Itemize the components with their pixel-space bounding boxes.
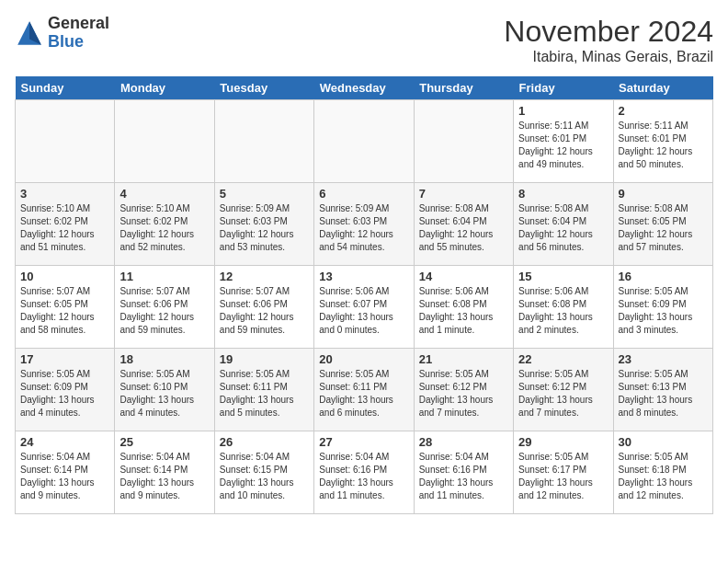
day-number: 1 <box>518 104 608 118</box>
day-number: 20 <box>319 352 408 366</box>
day-detail: Sunrise: 5:08 AM Sunset: 6:05 PM Dayligh… <box>619 202 708 254</box>
day-detail: Sunrise: 5:07 AM Sunset: 6:06 PM Dayligh… <box>220 285 309 337</box>
calendar-cell: 30Sunrise: 5:05 AM Sunset: 6:18 PM Dayli… <box>613 431 712 514</box>
day-number: 23 <box>619 352 708 366</box>
day-number: 27 <box>319 435 408 449</box>
calendar-cell <box>115 100 214 183</box>
day-detail: Sunrise: 5:05 AM Sunset: 6:10 PM Dayligh… <box>119 368 209 419</box>
calendar-cell: 16Sunrise: 5:05 AM Sunset: 6:09 PM Dayli… <box>613 266 712 349</box>
calendar-cell: 12Sunrise: 5:07 AM Sunset: 6:06 PM Dayli… <box>214 266 313 349</box>
calendar-cell: 28Sunrise: 5:04 AM Sunset: 6:16 PM Dayli… <box>414 431 513 514</box>
day-number: 11 <box>119 270 209 283</box>
day-number: 30 <box>619 435 708 449</box>
day-number: 7 <box>419 187 508 201</box>
calendar-week-1: 1Sunrise: 5:11 AM Sunset: 6:01 PM Daylig… <box>16 100 713 183</box>
calendar-cell: 8Sunrise: 5:08 AM Sunset: 6:04 PM Daylig… <box>514 183 613 266</box>
calendar-cell: 25Sunrise: 5:04 AM Sunset: 6:14 PM Dayli… <box>115 431 214 514</box>
day-number: 25 <box>119 435 209 449</box>
month-title: November 2024 <box>504 15 713 49</box>
day-number: 17 <box>20 352 109 366</box>
day-detail: Sunrise: 5:07 AM Sunset: 6:05 PM Dayligh… <box>20 285 109 337</box>
calendar-cell: 5Sunrise: 5:09 AM Sunset: 6:03 PM Daylig… <box>214 183 313 266</box>
day-detail: Sunrise: 5:06 AM Sunset: 6:08 PM Dayligh… <box>518 285 608 337</box>
calendar-cell: 21Sunrise: 5:05 AM Sunset: 6:12 PM Dayli… <box>414 349 513 431</box>
calendar-cell: 2Sunrise: 5:11 AM Sunset: 6:01 PM Daylig… <box>613 100 712 183</box>
column-header-sunday: Sunday <box>16 76 115 100</box>
column-header-saturday: Saturday <box>613 76 712 100</box>
day-detail: Sunrise: 5:05 AM Sunset: 6:13 PM Dayligh… <box>619 368 708 419</box>
calendar-cell <box>16 100 115 183</box>
calendar-cell: 19Sunrise: 5:05 AM Sunset: 6:11 PM Dayli… <box>214 349 313 431</box>
calendar-week-4: 17Sunrise: 5:05 AM Sunset: 6:09 PM Dayli… <box>16 349 713 431</box>
logo: General Blue <box>15 15 109 52</box>
day-detail: Sunrise: 5:09 AM Sunset: 6:03 PM Dayligh… <box>319 202 408 254</box>
calendar-header-row: SundayMondayTuesdayWednesdayThursdayFrid… <box>16 76 713 100</box>
day-detail: Sunrise: 5:08 AM Sunset: 6:04 PM Dayligh… <box>419 202 508 254</box>
calendar-cell: 10Sunrise: 5:07 AM Sunset: 6:05 PM Dayli… <box>16 266 115 349</box>
calendar-cell: 4Sunrise: 5:10 AM Sunset: 6:02 PM Daylig… <box>115 183 214 266</box>
day-detail: Sunrise: 5:09 AM Sunset: 6:03 PM Dayligh… <box>220 202 309 254</box>
day-number: 18 <box>119 352 209 366</box>
day-detail: Sunrise: 5:08 AM Sunset: 6:04 PM Dayligh… <box>518 202 608 254</box>
column-header-thursday: Thursday <box>414 76 513 100</box>
calendar-cell: 17Sunrise: 5:05 AM Sunset: 6:09 PM Dayli… <box>16 349 115 431</box>
day-number: 24 <box>20 435 109 449</box>
calendar-table: SundayMondayTuesdayWednesdayThursdayFrid… <box>15 76 713 514</box>
day-detail: Sunrise: 5:05 AM Sunset: 6:09 PM Dayligh… <box>619 285 708 337</box>
day-number: 8 <box>518 187 608 201</box>
day-detail: Sunrise: 5:05 AM Sunset: 6:09 PM Dayligh… <box>20 368 109 419</box>
day-number: 26 <box>220 435 309 449</box>
calendar-cell: 15Sunrise: 5:06 AM Sunset: 6:08 PM Dayli… <box>514 266 613 349</box>
title-block: November 2024 Itabira, Minas Gerais, Bra… <box>504 15 713 65</box>
calendar-week-2: 3Sunrise: 5:10 AM Sunset: 6:02 PM Daylig… <box>16 183 713 266</box>
calendar-cell: 26Sunrise: 5:04 AM Sunset: 6:15 PM Dayli… <box>214 431 313 514</box>
day-detail: Sunrise: 5:04 AM Sunset: 6:14 PM Dayligh… <box>119 451 209 502</box>
day-number: 12 <box>220 270 309 283</box>
day-number: 15 <box>518 270 608 283</box>
day-number: 9 <box>619 187 708 201</box>
day-detail: Sunrise: 5:04 AM Sunset: 6:16 PM Dayligh… <box>319 451 408 502</box>
calendar-cell: 18Sunrise: 5:05 AM Sunset: 6:10 PM Dayli… <box>115 349 214 431</box>
day-number: 19 <box>220 352 309 366</box>
calendar-week-3: 10Sunrise: 5:07 AM Sunset: 6:05 PM Dayli… <box>16 266 713 349</box>
calendar-cell: 6Sunrise: 5:09 AM Sunset: 6:03 PM Daylig… <box>314 183 414 266</box>
day-detail: Sunrise: 5:07 AM Sunset: 6:06 PM Dayligh… <box>119 285 209 337</box>
day-detail: Sunrise: 5:05 AM Sunset: 6:11 PM Dayligh… <box>220 368 309 419</box>
calendar-cell: 3Sunrise: 5:10 AM Sunset: 6:02 PM Daylig… <box>16 183 115 266</box>
calendar-cell: 29Sunrise: 5:05 AM Sunset: 6:17 PM Dayli… <box>514 431 613 514</box>
calendar-cell <box>414 100 513 183</box>
calendar-cell: 24Sunrise: 5:04 AM Sunset: 6:14 PM Dayli… <box>16 431 115 514</box>
calendar-cell: 1Sunrise: 5:11 AM Sunset: 6:01 PM Daylig… <box>514 100 613 183</box>
day-detail: Sunrise: 5:05 AM Sunset: 6:12 PM Dayligh… <box>419 368 508 419</box>
day-number: 5 <box>220 187 309 201</box>
day-detail: Sunrise: 5:04 AM Sunset: 6:16 PM Dayligh… <box>419 451 508 502</box>
column-header-friday: Friday <box>514 76 613 100</box>
day-number: 3 <box>20 187 109 201</box>
page-header: General Blue November 2024 Itabira, Mina… <box>15 15 713 65</box>
calendar-week-5: 24Sunrise: 5:04 AM Sunset: 6:14 PM Dayli… <box>16 431 713 514</box>
day-detail: Sunrise: 5:06 AM Sunset: 6:07 PM Dayligh… <box>319 285 408 337</box>
day-number: 29 <box>518 435 608 449</box>
calendar-cell: 20Sunrise: 5:05 AM Sunset: 6:11 PM Dayli… <box>314 349 414 431</box>
day-number: 13 <box>319 270 408 283</box>
day-detail: Sunrise: 5:04 AM Sunset: 6:15 PM Dayligh… <box>220 451 309 502</box>
day-detail: Sunrise: 5:05 AM Sunset: 6:17 PM Dayligh… <box>518 451 608 502</box>
column-header-monday: Monday <box>115 76 214 100</box>
day-detail: Sunrise: 5:10 AM Sunset: 6:02 PM Dayligh… <box>20 202 109 254</box>
day-detail: Sunrise: 5:05 AM Sunset: 6:12 PM Dayligh… <box>518 368 608 419</box>
logo-text: General Blue <box>48 15 109 52</box>
day-detail: Sunrise: 5:04 AM Sunset: 6:14 PM Dayligh… <box>20 451 109 502</box>
calendar-cell: 9Sunrise: 5:08 AM Sunset: 6:05 PM Daylig… <box>613 183 712 266</box>
calendar-cell: 23Sunrise: 5:05 AM Sunset: 6:13 PM Dayli… <box>613 349 712 431</box>
day-detail: Sunrise: 5:06 AM Sunset: 6:08 PM Dayligh… <box>419 285 508 337</box>
calendar-cell <box>214 100 313 183</box>
day-number: 2 <box>619 104 708 118</box>
calendar-cell: 11Sunrise: 5:07 AM Sunset: 6:06 PM Dayli… <box>115 266 214 349</box>
calendar-cell: 14Sunrise: 5:06 AM Sunset: 6:08 PM Dayli… <box>414 266 513 349</box>
day-number: 28 <box>419 435 508 449</box>
day-number: 6 <box>319 187 408 201</box>
calendar-cell: 22Sunrise: 5:05 AM Sunset: 6:12 PM Dayli… <box>514 349 613 431</box>
calendar-cell: 7Sunrise: 5:08 AM Sunset: 6:04 PM Daylig… <box>414 183 513 266</box>
day-number: 4 <box>119 187 209 201</box>
day-number: 22 <box>518 352 608 366</box>
